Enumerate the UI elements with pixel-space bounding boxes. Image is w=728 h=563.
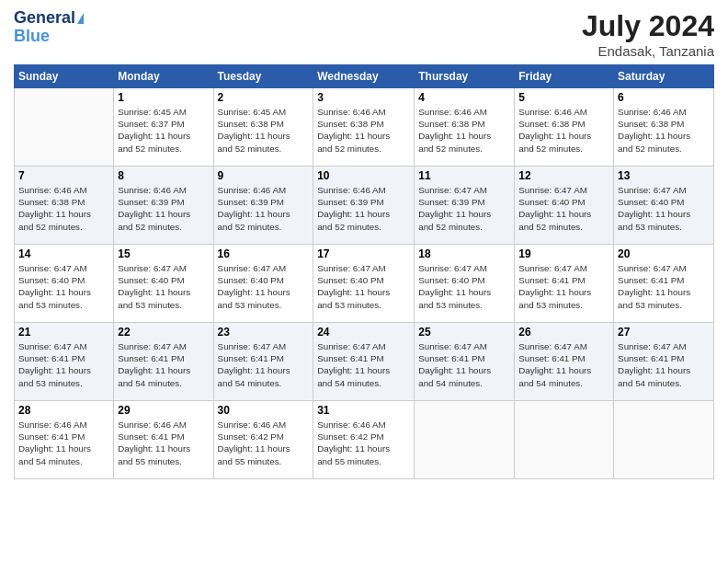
- day-number: 4: [418, 91, 510, 104]
- calendar-cell: 7Sunrise: 6:46 AMSunset: 6:38 PMDaylight…: [15, 167, 114, 245]
- day-info: Sunrise: 6:47 AMSunset: 6:40 PMDaylight:…: [518, 184, 609, 233]
- day-number: 3: [317, 91, 410, 104]
- day-info: Sunrise: 6:46 AMSunset: 6:39 PMDaylight:…: [317, 184, 410, 233]
- day-number: 11: [418, 169, 510, 182]
- week-row-5: 28Sunrise: 6:46 AMSunset: 6:41 PMDayligh…: [15, 401, 714, 479]
- calendar-table: SundayMondayTuesdayWednesdayThursdayFrid…: [14, 64, 714, 479]
- week-row-3: 14Sunrise: 6:47 AMSunset: 6:40 PMDayligh…: [15, 245, 714, 323]
- day-number: 20: [618, 247, 710, 260]
- calendar-cell: 24Sunrise: 6:47 AMSunset: 6:41 PMDayligh…: [313, 323, 415, 401]
- calendar-cell: 12Sunrise: 6:47 AMSunset: 6:40 PMDayligh…: [515, 167, 614, 245]
- day-info: Sunrise: 6:47 AMSunset: 6:40 PMDaylight:…: [218, 262, 310, 311]
- day-info: Sunrise: 6:47 AMSunset: 6:41 PMDaylight:…: [418, 340, 510, 389]
- day-number: 12: [518, 169, 609, 182]
- weekday-header-friday: Friday: [515, 65, 614, 88]
- day-number: 21: [18, 326, 109, 339]
- day-info: Sunrise: 6:47 AMSunset: 6:41 PMDaylight:…: [18, 340, 109, 389]
- calendar-cell: 9Sunrise: 6:46 AMSunset: 6:39 PMDaylight…: [213, 167, 313, 245]
- calendar-cell: [614, 401, 714, 479]
- day-number: 16: [218, 247, 310, 260]
- calendar-cell: 5Sunrise: 6:46 AMSunset: 6:38 PMDaylight…: [515, 88, 614, 167]
- calendar-cell: 22Sunrise: 6:47 AMSunset: 6:41 PMDayligh…: [114, 323, 213, 401]
- calendar-cell: 31Sunrise: 6:46 AMSunset: 6:42 PMDayligh…: [313, 401, 415, 479]
- day-number: 8: [118, 169, 209, 182]
- calendar-cell: 26Sunrise: 6:47 AMSunset: 6:41 PMDayligh…: [515, 323, 614, 401]
- weekday-header-tuesday: Tuesday: [213, 65, 313, 88]
- day-number: 18: [418, 247, 510, 260]
- calendar-cell: 11Sunrise: 6:47 AMSunset: 6:39 PMDayligh…: [415, 167, 515, 245]
- day-info: Sunrise: 6:47 AMSunset: 6:41 PMDaylight:…: [218, 340, 310, 389]
- day-number: 9: [218, 169, 310, 182]
- day-info: Sunrise: 6:47 AMSunset: 6:40 PMDaylight:…: [317, 262, 410, 311]
- day-info: Sunrise: 6:47 AMSunset: 6:41 PMDaylight:…: [317, 340, 410, 389]
- calendar-cell: 14Sunrise: 6:47 AMSunset: 6:40 PMDayligh…: [15, 245, 114, 323]
- day-info: Sunrise: 6:47 AMSunset: 6:41 PMDaylight:…: [618, 340, 710, 389]
- day-info: Sunrise: 6:47 AMSunset: 6:40 PMDaylight:…: [618, 184, 710, 233]
- logo-text-blue: Blue: [14, 28, 50, 46]
- week-row-1: 1Sunrise: 6:45 AMSunset: 6:37 PMDaylight…: [15, 88, 714, 167]
- calendar-cell: 19Sunrise: 6:47 AMSunset: 6:41 PMDayligh…: [515, 245, 614, 323]
- calendar-cell: 21Sunrise: 6:47 AMSunset: 6:41 PMDayligh…: [15, 323, 114, 401]
- weekday-header-thursday: Thursday: [415, 65, 515, 88]
- calendar-page: General Blue July 2024 Endasak, Tanzania…: [0, 0, 728, 563]
- calendar-cell: 4Sunrise: 6:46 AMSunset: 6:38 PMDaylight…: [415, 88, 515, 167]
- day-info: Sunrise: 6:46 AMSunset: 6:38 PMDaylight:…: [518, 106, 609, 155]
- logo: General Blue: [14, 9, 84, 46]
- calendar-cell: 28Sunrise: 6:46 AMSunset: 6:41 PMDayligh…: [15, 401, 114, 479]
- weekday-header-row: SundayMondayTuesdayWednesdayThursdayFrid…: [15, 65, 714, 88]
- day-number: 6: [618, 91, 710, 104]
- day-number: 10: [317, 169, 410, 182]
- calendar-cell: 25Sunrise: 6:47 AMSunset: 6:41 PMDayligh…: [415, 323, 515, 401]
- day-number: 29: [118, 404, 209, 417]
- day-info: Sunrise: 6:47 AMSunset: 6:40 PMDaylight:…: [118, 262, 209, 311]
- day-number: 14: [18, 247, 109, 260]
- day-info: Sunrise: 6:47 AMSunset: 6:40 PMDaylight:…: [418, 262, 510, 311]
- day-number: 24: [317, 326, 410, 339]
- day-info: Sunrise: 6:46 AMSunset: 6:41 PMDaylight:…: [18, 419, 109, 467]
- calendar-cell: 17Sunrise: 6:47 AMSunset: 6:40 PMDayligh…: [313, 245, 415, 323]
- day-info: Sunrise: 6:46 AMSunset: 6:38 PMDaylight:…: [418, 106, 510, 155]
- calendar-cell: 23Sunrise: 6:47 AMSunset: 6:41 PMDayligh…: [213, 323, 313, 401]
- weekday-header-wednesday: Wednesday: [313, 65, 415, 88]
- day-number: 25: [418, 326, 510, 339]
- day-number: 22: [118, 326, 209, 339]
- calendar-cell: 20Sunrise: 6:47 AMSunset: 6:41 PMDayligh…: [614, 245, 714, 323]
- day-number: 31: [317, 404, 410, 417]
- day-info: Sunrise: 6:46 AMSunset: 6:39 PMDaylight:…: [118, 184, 209, 233]
- day-info: Sunrise: 6:46 AMSunset: 6:38 PMDaylight:…: [618, 106, 710, 155]
- calendar-cell: 13Sunrise: 6:47 AMSunset: 6:40 PMDayligh…: [614, 167, 714, 245]
- day-info: Sunrise: 6:47 AMSunset: 6:41 PMDaylight:…: [618, 262, 710, 311]
- calendar-title: July 2024: [582, 9, 714, 43]
- calendar-cell: [515, 401, 614, 479]
- day-info: Sunrise: 6:47 AMSunset: 6:41 PMDaylight:…: [118, 340, 209, 389]
- week-row-2: 7Sunrise: 6:46 AMSunset: 6:38 PMDaylight…: [15, 167, 714, 245]
- day-info: Sunrise: 6:47 AMSunset: 6:41 PMDaylight:…: [518, 262, 609, 311]
- calendar-cell: 29Sunrise: 6:46 AMSunset: 6:41 PMDayligh…: [114, 401, 213, 479]
- calendar-cell: 1Sunrise: 6:45 AMSunset: 6:37 PMDaylight…: [114, 88, 213, 167]
- calendar-cell: 27Sunrise: 6:47 AMSunset: 6:41 PMDayligh…: [614, 323, 714, 401]
- calendar-cell: 30Sunrise: 6:46 AMSunset: 6:42 PMDayligh…: [213, 401, 313, 479]
- day-number: 28: [18, 404, 109, 417]
- day-number: 1: [118, 91, 209, 104]
- calendar-cell: 10Sunrise: 6:46 AMSunset: 6:39 PMDayligh…: [313, 167, 415, 245]
- weekday-header-monday: Monday: [114, 65, 213, 88]
- day-number: 23: [218, 326, 310, 339]
- day-info: Sunrise: 6:45 AMSunset: 6:37 PMDaylight:…: [118, 106, 209, 155]
- day-info: Sunrise: 6:46 AMSunset: 6:38 PMDaylight:…: [18, 184, 109, 233]
- day-number: 15: [118, 247, 209, 260]
- day-number: 2: [218, 91, 310, 104]
- weekday-header-saturday: Saturday: [614, 65, 714, 88]
- day-number: 7: [18, 169, 109, 182]
- day-info: Sunrise: 6:47 AMSunset: 6:41 PMDaylight:…: [518, 340, 609, 389]
- day-info: Sunrise: 6:46 AMSunset: 6:42 PMDaylight:…: [317, 419, 410, 467]
- day-number: 5: [518, 91, 609, 104]
- calendar-cell: 2Sunrise: 6:45 AMSunset: 6:38 PMDaylight…: [213, 88, 313, 167]
- day-number: 27: [618, 326, 710, 339]
- day-number: 26: [518, 326, 609, 339]
- day-number: 13: [618, 169, 710, 182]
- calendar-cell: 15Sunrise: 6:47 AMSunset: 6:40 PMDayligh…: [114, 245, 213, 323]
- calendar-cell: 3Sunrise: 6:46 AMSunset: 6:38 PMDaylight…: [313, 88, 415, 167]
- logo-text-general: General: [14, 9, 75, 28]
- weekday-header-sunday: Sunday: [15, 65, 114, 88]
- logo-triangle-icon: [77, 13, 84, 24]
